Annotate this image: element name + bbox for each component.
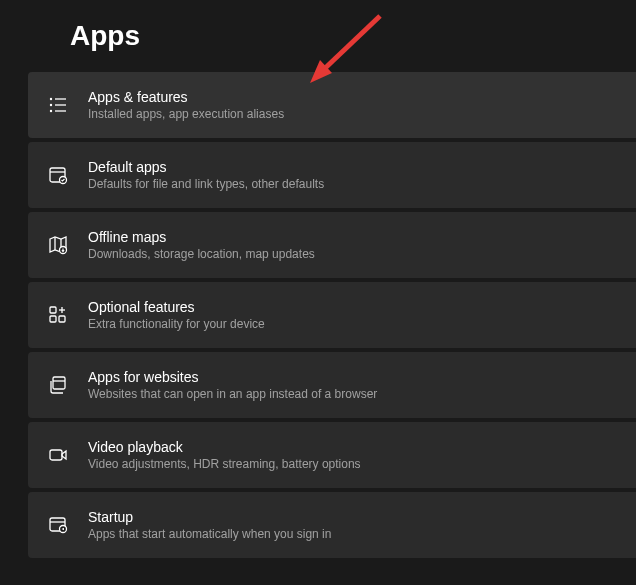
item-content: Apps & features Installed apps, app exec… — [88, 89, 284, 121]
item-subtitle: Video adjustments, HDR streaming, batter… — [88, 457, 361, 471]
item-subtitle: Websites that can open in an app instead… — [88, 387, 377, 401]
list-icon — [46, 93, 70, 117]
default-apps-item[interactable]: Default apps Defaults for file and link … — [28, 142, 636, 208]
video-icon — [46, 443, 70, 467]
svg-rect-16 — [50, 316, 56, 322]
item-content: Optional features Extra functionality fo… — [88, 299, 265, 331]
svg-rect-21 — [50, 450, 62, 460]
item-title: Video playback — [88, 439, 361, 455]
item-title: Offline maps — [88, 229, 315, 245]
item-subtitle: Apps that start automatically when you s… — [88, 527, 331, 541]
startup-icon — [46, 513, 70, 537]
item-subtitle: Extra functionality for your device — [88, 317, 265, 331]
svg-rect-15 — [50, 307, 56, 313]
item-title: Optional features — [88, 299, 265, 315]
item-content: Default apps Defaults for file and link … — [88, 159, 324, 191]
svg-point-5 — [50, 104, 52, 106]
grid-plus-icon — [46, 303, 70, 327]
svg-rect-17 — [59, 316, 65, 322]
svg-point-3 — [50, 98, 52, 100]
map-icon — [46, 233, 70, 257]
svg-point-7 — [50, 110, 52, 112]
video-playback-item[interactable]: Video playback Video adjustments, HDR st… — [28, 422, 636, 488]
page-title: Apps — [70, 20, 636, 52]
item-content: Apps for websites Websites that can open… — [88, 369, 377, 401]
item-title: Startup — [88, 509, 331, 525]
item-content: Offline maps Downloads, storage location… — [88, 229, 315, 261]
svg-rect-20 — [53, 377, 65, 389]
page-header: Apps — [0, 0, 636, 72]
apps-for-websites-item[interactable]: Apps for websites Websites that can open… — [28, 352, 636, 418]
item-subtitle: Downloads, storage location, map updates — [88, 247, 315, 261]
apps-and-features-item[interactable]: Apps & features Installed apps, app exec… — [28, 72, 636, 138]
item-title: Apps for websites — [88, 369, 377, 385]
offline-maps-item[interactable]: Offline maps Downloads, storage location… — [28, 212, 636, 278]
optional-features-item[interactable]: Optional features Extra functionality fo… — [28, 282, 636, 348]
item-content: Startup Apps that start automatically wh… — [88, 509, 331, 541]
item-subtitle: Installed apps, app execution aliases — [88, 107, 284, 121]
item-title: Apps & features — [88, 89, 284, 105]
stacked-windows-icon — [46, 373, 70, 397]
settings-list: Apps & features Installed apps, app exec… — [0, 72, 636, 558]
item-subtitle: Defaults for file and link types, other … — [88, 177, 324, 191]
item-title: Default apps — [88, 159, 324, 175]
default-apps-icon — [46, 163, 70, 187]
startup-item[interactable]: Startup Apps that start automatically wh… — [28, 492, 636, 558]
item-content: Video playback Video adjustments, HDR st… — [88, 439, 361, 471]
